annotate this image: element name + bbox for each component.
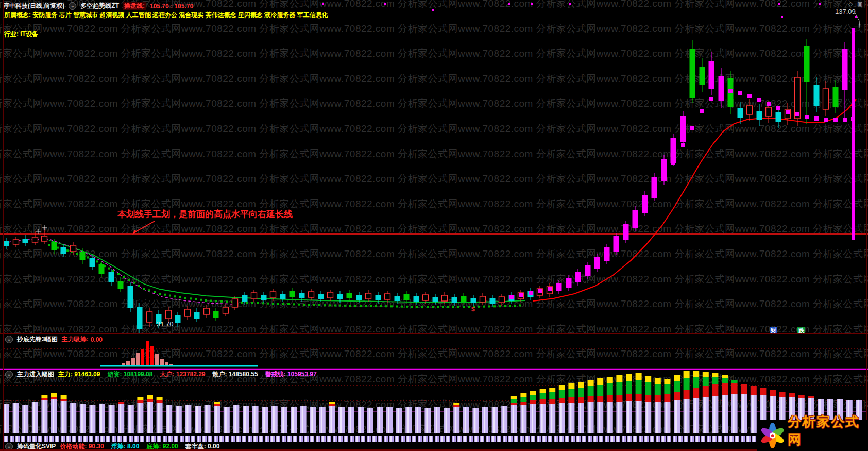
green-dot — [442, 306, 444, 308]
fund-flow-bar-highlight — [273, 406, 275, 433]
candle-body — [52, 242, 57, 250]
candle-body — [128, 286, 133, 308]
panel3-title[interactable]: 主力进入幅图 — [17, 370, 54, 379]
green-dot — [138, 285, 140, 287]
fund-flow-bar-highlight — [350, 407, 351, 433]
fund-flow-bar — [511, 403, 517, 405]
chevron-down-icon[interactable]: ⌄ — [5, 336, 13, 343]
chevron-down-icon[interactable]: ⌄ — [5, 371, 13, 378]
trend-square — [728, 89, 733, 93]
main-chart-canvas[interactable] — [0, 0, 868, 451]
fund-flow-bar — [674, 392, 680, 400]
trend-square — [529, 291, 533, 295]
candle-body-up — [32, 237, 38, 242]
fund-flow-bar-highlight — [503, 406, 504, 433]
candle-body-up — [251, 293, 257, 299]
fund-flow-bar — [511, 396, 517, 399]
fund-flow-bar — [645, 395, 651, 402]
fund-flow-bar-highlight — [417, 407, 418, 433]
fund-flow-bar-highlight — [465, 407, 466, 433]
fund-flow-bar — [329, 402, 335, 404]
green-dot — [205, 299, 207, 302]
fund-flow-bar — [607, 377, 613, 383]
fund-flow-bar — [664, 379, 670, 384]
candle-body — [633, 210, 638, 228]
fund-flow-bar — [597, 378, 603, 385]
fund-flow-bar — [61, 399, 67, 401]
candle-body-up — [232, 299, 238, 307]
fund-flow-bar — [540, 393, 546, 399]
fund-flow-bar-highlight — [388, 407, 389, 433]
green-dot — [210, 300, 212, 302]
site-logo[interactable]: 分析家公式网 WWW.70822.COM — [757, 420, 868, 451]
green-dot — [421, 306, 423, 308]
green-dot — [195, 298, 197, 300]
fund-flow-bar-highlight — [627, 401, 629, 433]
title-bar: 淳中科技(日线,前复权) ⌄ 多空趋势线ZT 操盘线: 105.70 : 105… — [3, 2, 193, 10]
green-dot — [344, 305, 346, 307]
fund-flow-bar-highlight — [81, 404, 83, 433]
fund-flow-bar-highlight — [407, 407, 409, 433]
fund-flow-bar-highlight — [120, 404, 121, 433]
candle-body — [261, 295, 267, 300]
fund-flow-bar — [214, 402, 220, 404]
fund-flow-bar-highlight — [330, 406, 332, 433]
fund-flow-bar — [712, 373, 718, 377]
panel2-title[interactable]: 抄底先锋3幅图 — [17, 335, 58, 344]
fund-flow-bar — [808, 396, 814, 398]
fund-flow-bar-highlight — [100, 404, 102, 433]
chevron-down-icon[interactable]: ⌄ — [69, 2, 76, 10]
fund-flow-bar — [655, 395, 661, 402]
fund-flow-bar-highlight — [359, 407, 361, 433]
signal-dot — [781, 16, 783, 18]
candle-body-up — [309, 292, 314, 297]
fund-flow-bar — [722, 375, 728, 378]
fund-flow-bar-highlight — [302, 406, 303, 433]
fund-flow-bar-highlight — [158, 403, 160, 433]
trend-square — [767, 102, 771, 106]
magenta-dashed-ma — [4, 239, 234, 304]
green-dot — [339, 305, 341, 307]
fund-flow-bar — [607, 395, 613, 402]
fund-flow-bar-highlight — [426, 408, 428, 433]
fund-flow-bar — [636, 380, 642, 394]
candle-body — [433, 297, 438, 302]
fund-flow-bar — [703, 386, 709, 397]
green-dot — [96, 260, 98, 262]
candle-body — [109, 272, 114, 282]
fund-flow-bar — [703, 377, 709, 386]
fund-flow-bar — [41, 398, 47, 400]
panel2-stat-label: 主力吸筹: — [62, 335, 89, 344]
green-dot — [401, 306, 403, 308]
green-dot — [48, 244, 50, 246]
fund-flow-bar — [626, 374, 632, 381]
candle-body — [490, 298, 496, 304]
candle-body — [776, 112, 781, 122]
green-dot — [287, 303, 290, 305]
diamond-icon[interactable]: ◇ — [848, 1, 853, 7]
green-dot — [117, 273, 120, 275]
candle-body — [814, 85, 820, 106]
fund-flow-bar — [137, 397, 143, 400]
signal-dot — [531, 3, 533, 5]
fund-flow-bar-highlight — [551, 404, 552, 433]
green-dot — [468, 306, 470, 308]
fund-flow-bar-highlight — [646, 402, 648, 433]
green-dot — [463, 306, 465, 308]
fund-flow-bar — [645, 376, 651, 382]
fund-flow-bar — [712, 384, 718, 396]
trend-square — [843, 118, 847, 122]
window-icon[interactable]: ▣ — [857, 1, 862, 7]
trend-square — [747, 94, 752, 98]
fund-flow-bar — [568, 389, 574, 397]
stat-item: 大户: 123782.29 — [160, 371, 205, 378]
fund-flow-bar — [559, 390, 565, 398]
fund-flow-bar — [549, 399, 555, 404]
candle-body-up — [166, 310, 172, 319]
candle-body — [680, 116, 686, 142]
trend-square — [814, 116, 819, 121]
indicator-name[interactable]: 多空趋势线ZT — [80, 2, 119, 10]
fund-flow-bar-highlight — [742, 394, 744, 433]
candle-body — [213, 311, 219, 318]
candle-body — [61, 247, 66, 254]
